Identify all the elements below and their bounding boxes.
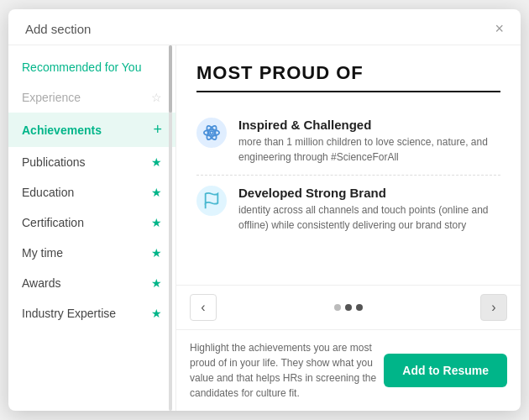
sidebar-item-education[interactable]: Education★ — [8, 177, 175, 207]
content-footer: ‹ › Highlight the achievements you are m… — [176, 285, 521, 411]
content-area: MOST PROUD OF Inspired & Challengedmore … — [176, 45, 521, 411]
item-card: Inspired & Challengedmore than 1 million… — [196, 108, 500, 176]
item-title: Developed Strong Brand — [238, 186, 500, 200]
section-title: MOST PROUD OF — [196, 62, 500, 92]
prev-button[interactable]: ‹ — [190, 294, 217, 321]
sidebar-item-label: Achievements — [22, 123, 102, 137]
modal-body: Recommended for YouExperience☆Achievemen… — [8, 45, 521, 411]
add-section-modal: Add section × Recommended for YouExperie… — [8, 9, 521, 411]
item-description: identity across all channels and touch p… — [238, 202, 500, 233]
sidebar-item-experience[interactable]: Experience☆ — [8, 82, 175, 113]
footer-description: Highlight the achievements you are most … — [190, 340, 384, 401]
content-main: MOST PROUD OF Inspired & Challengedmore … — [176, 45, 521, 285]
items-list: Inspired & Challengedmore than 1 million… — [196, 108, 500, 243]
sidebar-item-certification[interactable]: Certification★ — [8, 207, 175, 238]
sidebar-scrollbar — [169, 45, 172, 411]
item-card: Developed Strong Brandidentity across al… — [196, 176, 500, 243]
sidebar-scrollbar-thumb — [169, 45, 172, 113]
item-content: Inspired & Challengedmore than 1 million… — [238, 118, 500, 165]
sidebar-item-my-time[interactable]: My time★ — [8, 238, 175, 268]
star-icon: ★ — [151, 246, 162, 260]
flag-icon — [196, 186, 227, 216]
sidebar-item-recommended[interactable]: Recommended for You — [8, 52, 175, 82]
sidebar: Recommended for YouExperience☆Achievemen… — [8, 45, 176, 411]
sidebar-item-publications[interactable]: Publications★ — [8, 147, 175, 177]
next-button[interactable]: › — [480, 294, 507, 321]
star-icon: ★ — [151, 216, 162, 229]
star-icon: ★ — [151, 276, 162, 290]
item-title: Inspired & Challenged — [238, 118, 500, 132]
sidebar-item-awards[interactable]: Awards★ — [8, 268, 175, 298]
add-to-resume-button[interactable]: Add to Resume — [384, 354, 507, 387]
item-content: Developed Strong Brandidentity across al… — [238, 186, 500, 233]
pagination-dot-1 — [345, 304, 352, 311]
star-icon: ★ — [151, 186, 162, 199]
sidebar-item-label: Industry Expertise — [22, 307, 116, 320]
pagination-dot-2 — [356, 304, 363, 311]
modal-title: Add section — [25, 22, 91, 36]
footer-bottom: Highlight the achievements you are most … — [176, 330, 521, 411]
atom-icon — [196, 118, 227, 148]
pagination-dots — [334, 304, 363, 311]
modal-header: Add section × — [8, 9, 521, 45]
item-description: more than 1 million children to love sci… — [238, 134, 500, 165]
svg-point-0 — [210, 131, 213, 134]
star-icon: ★ — [151, 307, 162, 320]
close-button[interactable]: × — [495, 21, 504, 36]
pagination-row: ‹ › — [176, 286, 521, 330]
sidebar-item-label: Education — [22, 186, 74, 199]
sidebar-item-label: Recommended for You — [22, 60, 141, 74]
sidebar-item-label: Publications — [22, 155, 86, 169]
sidebar-item-industry-expertise[interactable]: Industry Expertise★ — [8, 298, 175, 328]
star-icon: ★ — [151, 155, 162, 169]
sidebar-item-label: Experience — [22, 91, 81, 104]
sidebar-item-label: Certification — [22, 216, 84, 229]
pagination-dot-0 — [334, 304, 341, 311]
plus-icon: + — [153, 121, 162, 139]
sidebar-item-label: Awards — [22, 276, 60, 290]
sidebar-item-achievements[interactable]: Achievements+ — [8, 113, 175, 147]
star-outline-icon: ☆ — [151, 91, 162, 104]
sidebar-item-label: My time — [22, 246, 63, 260]
